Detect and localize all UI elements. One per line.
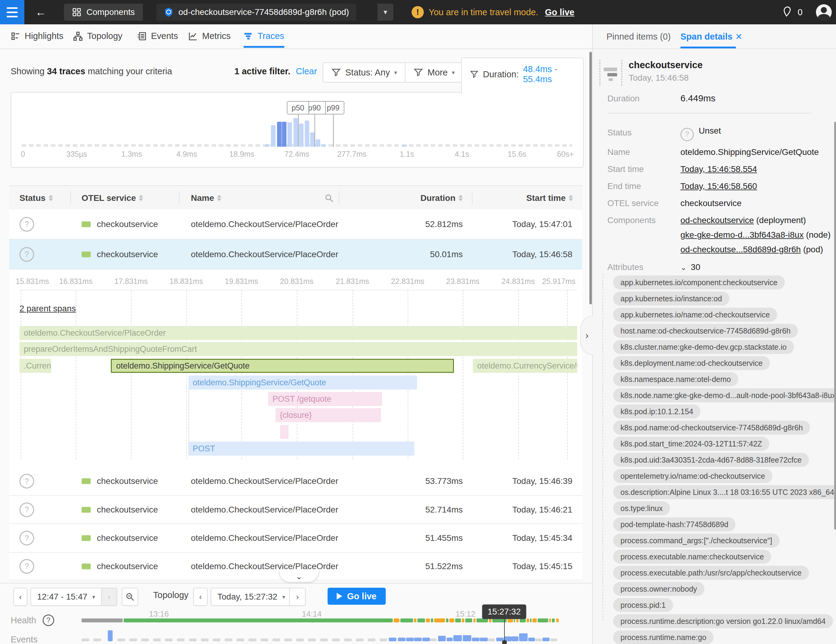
attribute-chip: app.kubernetes.io/instance:od (613, 292, 730, 306)
duration-label: Duration (607, 94, 640, 103)
span-bar-selected[interactable]: oteldemo.ShippingService/GetQuote (111, 359, 454, 373)
tab-metrics[interactable]: Metrics (188, 24, 230, 48)
event-dash (153, 639, 161, 641)
span-bar[interactable]: POST (188, 442, 414, 456)
histogram-bar[interactable] (321, 144, 326, 147)
go-live-button[interactable]: Go live (328, 588, 386, 605)
column-header-duration[interactable]: Duration (420, 186, 463, 210)
menu-icon[interactable] (0, 0, 24, 24)
go-live-link[interactable]: Go live (545, 7, 575, 17)
main-scrollbar[interactable] (589, 52, 592, 304)
start-time-value: Today, 15:46:39 (513, 476, 572, 486)
histogram-bar[interactable] (277, 122, 282, 147)
pod-icon (164, 7, 173, 17)
trace-row[interactable]: ? checkoutservice oteldemo.CheckoutServi… (9, 524, 582, 553)
trace-row[interactable]: ? checkoutservice oteldemo.CheckoutServi… (9, 496, 582, 524)
column-header-start-time[interactable]: Start time (526, 186, 573, 210)
health-help-icon[interactable]: ? (42, 615, 59, 626)
collapse-panel-button[interactable]: › (580, 316, 593, 355)
component-link[interactable]: od-checkoutservice (681, 215, 754, 225)
events-timeline[interactable] (82, 626, 558, 641)
tab-traces[interactable]: Traces (243, 24, 284, 48)
tab-highlights[interactable]: Highlights (11, 24, 63, 48)
attributes-toggle[interactable]: ⌄30 (681, 262, 700, 272)
column-header-name[interactable]: Name (191, 186, 221, 210)
entity-caret-icon[interactable]: ▼ (377, 4, 394, 21)
sort-icon[interactable] (569, 195, 573, 201)
range-prev-button[interactable]: ‹ (13, 588, 28, 606)
span-bar[interactable]: {closure} (276, 408, 381, 422)
tab-span-details[interactable]: Span details (681, 32, 733, 42)
back-button[interactable]: ← (34, 6, 47, 18)
tab-topology[interactable]: Topology (73, 24, 122, 48)
histogram-bar[interactable] (310, 132, 315, 147)
panel-scrollbar[interactable] (834, 122, 836, 530)
tab-pinned-items[interactable]: Pinned items (0) (606, 32, 671, 42)
span-bar[interactable]: .CurrencyServ... (20, 359, 51, 373)
histogram-bar[interactable] (294, 118, 298, 147)
span-bar[interactable]: oteldemo.CheckoutService/PlaceOrder (20, 326, 577, 340)
time-range-dropdown[interactable]: 12:47 - 15:47▾ (31, 588, 102, 606)
time-prev-button[interactable]: ‹ (193, 588, 207, 606)
name-search-icon[interactable] (324, 186, 334, 210)
histogram-bar[interactable] (282, 122, 286, 147)
duration-filter[interactable]: Duration: 48.4ms - 55.4ms (461, 57, 584, 93)
current-time-dropdown[interactable]: Today, 15:27:32▾ (211, 588, 292, 606)
histogram-bar[interactable] (305, 121, 309, 147)
current-time-badge[interactable]: 15:27:32 (482, 605, 526, 619)
close-span-details-icon[interactable]: ✕ (735, 32, 742, 42)
more-filters-button[interactable]: More▾ (405, 63, 463, 82)
expand-table-button[interactable]: ⌄ (279, 571, 319, 582)
duration-value: 51.455ms (425, 533, 463, 543)
events-label: Events (11, 634, 38, 644)
span-name: oteldemo.CheckoutService/PlaceOrder (191, 533, 338, 543)
sort-icon[interactable] (49, 195, 53, 201)
trace-row-selected[interactable]: ? checkoutservice oteldemo.CheckoutServi… (9, 240, 582, 270)
column-header-status[interactable]: Status (20, 186, 53, 210)
histogram-bar[interactable] (402, 145, 407, 147)
span-bar[interactable]: oteldemo.CurrencyService/Co (473, 359, 577, 373)
entity-selector[interactable]: od-checkoutservice-77458d689d-g8r6h (pod… (157, 4, 356, 21)
trace-row[interactable]: ? checkoutservice oteldemo.CheckoutServi… (9, 467, 582, 496)
parent-spans-link[interactable]: 2 parent spans (20, 304, 76, 313)
histogram-tick-label: 4.1s (455, 150, 469, 158)
histogram-bar[interactable] (316, 139, 320, 147)
range-next-button[interactable]: › (101, 588, 117, 606)
waterfall-gridline (21, 290, 21, 460)
end-time-link[interactable]: Today, 15:46:58.560 (681, 181, 757, 191)
histogram-bar[interactable] (299, 124, 304, 147)
waterfall-tick-label: 17.831ms (114, 277, 148, 286)
tab-events[interactable]: Events (137, 24, 178, 48)
duration-histogram[interactable]: 0335µs1.3ms4.9ms18.9ms72.4ms277.7ms1.1s4… (11, 92, 584, 168)
column-header-otel-service[interactable]: OTEL service (82, 186, 143, 210)
histogram-bar[interactable] (271, 125, 276, 147)
histogram-bar[interactable] (265, 144, 269, 147)
waterfall-tick-label: 20.831ms (280, 277, 314, 286)
clear-filters-link[interactable]: Clear (296, 66, 317, 76)
span-bar[interactable] (280, 425, 289, 439)
duration-range-value[interactable]: 48.4ms - 55.4ms (523, 64, 583, 84)
span-bar[interactable]: POST /getquote (268, 392, 382, 406)
span-bar[interactable]: oteldemo.ShippingService/GetQuote (188, 375, 417, 390)
zoom-out-button[interactable] (122, 588, 138, 606)
event-bar (414, 637, 422, 641)
sort-icon[interactable] (459, 195, 463, 201)
status-unknown-icon: ? (20, 217, 34, 232)
sort-icon[interactable] (217, 195, 221, 201)
start-time-link[interactable]: Today, 15:46:58.554 (681, 164, 757, 174)
trace-row[interactable]: ? checkoutservice oteldemo.CheckoutServi… (9, 209, 582, 240)
status-filter-button[interactable]: Status: Any▾ (323, 63, 405, 82)
component-link[interactable]: od-checkoutse...58d689d-g8r6h (681, 245, 801, 254)
component-link[interactable]: gke-gke-demo-d...3bf643a8-i8ux (681, 230, 804, 240)
span-bar[interactable]: prepareOrderItemsAndShippingQuoteFromCar… (20, 342, 577, 356)
sort-icon[interactable] (139, 195, 143, 201)
breadcrumb-components[interactable]: Components (64, 4, 143, 21)
time-next-button[interactable]: › (289, 588, 306, 606)
service-name: checkoutservice (97, 219, 158, 229)
histogram-bar[interactable] (287, 122, 292, 147)
histogram-plot[interactable]: 0335µs1.3ms4.9ms18.9ms72.4ms277.7ms1.1s4… (21, 93, 572, 167)
start-time-value: Today, 15:47:01 (513, 219, 572, 229)
waterfall-tick-label: 19.831ms (225, 277, 258, 286)
pin-icon[interactable] (782, 6, 793, 18)
avatar[interactable] (816, 4, 832, 20)
